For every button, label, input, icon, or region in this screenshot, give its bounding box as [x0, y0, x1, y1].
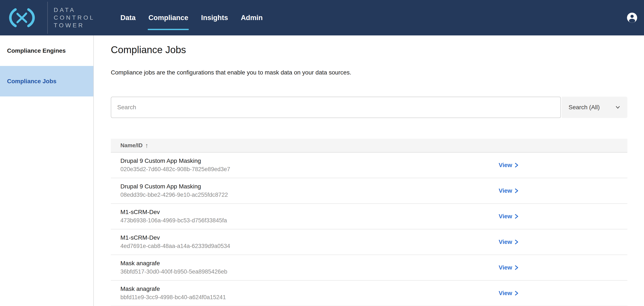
- table-row: Drupal 9 Custom App Masking 08edd39c-bbe…: [111, 178, 628, 204]
- job-id: 020e35d2-7d60-482c-908b-7825e89ed3e7: [120, 165, 628, 173]
- brand-wordmark: DATA CONTROL TOWER: [54, 6, 95, 29]
- nav-item[interactable]: Insights: [201, 0, 228, 35]
- table-row: M1-sCRM-Dev 473b6938-106a-4969-bc53-d756…: [111, 204, 628, 229]
- page-description: Compliance jobs are the configurations t…: [111, 69, 628, 76]
- nav-item[interactable]: Compliance: [148, 0, 188, 35]
- search-scope-dropdown[interactable]: Search (All): [562, 97, 628, 118]
- dct-logo-icon: [6, 7, 38, 29]
- top-navbar: DATA CONTROL TOWER Data Compliance Insig…: [0, 0, 644, 35]
- chevron-right-icon: [514, 265, 519, 271]
- sidebar-item[interactable]: Compliance Jobs: [0, 66, 93, 96]
- chevron-right-icon: [514, 290, 519, 296]
- job-id: 36bfd517-30d0-400f-b950-5ea8985426eb: [120, 268, 628, 275]
- view-link-label: View: [499, 213, 512, 220]
- view-link-label: View: [499, 187, 512, 194]
- chevron-right-icon: [514, 239, 519, 245]
- chevron-down-icon: [614, 104, 621, 110]
- chevron-right-icon: [514, 188, 519, 194]
- account-icon: [626, 12, 638, 23]
- nav-item-label: Insights: [201, 14, 228, 22]
- sidebar-item[interactable]: Compliance Engines: [0, 35, 93, 66]
- nav-item[interactable]: Data: [120, 0, 136, 35]
- job-name: M1-sCRM-Dev: [120, 234, 628, 242]
- search-scope-label: Search (All): [568, 104, 600, 111]
- user-account-button[interactable]: [626, 12, 638, 23]
- view-link[interactable]: View: [499, 290, 519, 297]
- view-link-label: View: [499, 264, 512, 271]
- main-content: Compliance Jobs Compliance jobs are the …: [94, 35, 644, 306]
- jobs-table: Name/ID ↑ Drupal 9 Custom App Masking 02…: [111, 139, 628, 306]
- brand-line: CONTROL: [54, 14, 95, 22]
- view-link[interactable]: View: [499, 187, 519, 194]
- brand-line: DATA: [54, 6, 95, 14]
- page-title: Compliance Jobs: [111, 44, 628, 56]
- view-link-label: View: [499, 162, 512, 169]
- table-row: Mask anagrafe bbfd11e9-3cc9-4998-bc40-a6…: [111, 281, 628, 306]
- view-link[interactable]: View: [499, 264, 519, 271]
- table-row: Drupal 9 Custom App Masking 020e35d2-7d6…: [111, 152, 628, 178]
- job-name: Mask anagrafe: [120, 259, 628, 267]
- view-link[interactable]: View: [499, 213, 519, 220]
- view-link-label: View: [499, 290, 512, 297]
- chevron-right-icon: [514, 162, 519, 168]
- nav-item-label: Compliance: [148, 14, 188, 22]
- sort-ascending-icon: ↑: [145, 142, 148, 149]
- nav-item-label: Data: [120, 14, 136, 22]
- job-name: Drupal 9 Custom App Masking: [120, 157, 628, 165]
- table-row: Mask anagrafe 36bfd517-30d0-400f-b950-5e…: [111, 255, 628, 281]
- table-body: Drupal 9 Custom App Masking 020e35d2-7d6…: [111, 152, 628, 306]
- brand-line: TOWER: [54, 22, 95, 29]
- chevron-right-icon: [514, 213, 519, 219]
- job-id: 4ed7691e-cab8-48aa-a14a-62339d9a0534: [120, 242, 628, 250]
- nav-item[interactable]: Admin: [241, 0, 263, 35]
- brand-logo[interactable]: DATA CONTROL TOWER: [6, 2, 95, 34]
- nav-items: Data Compliance Insights Admin: [120, 0, 276, 35]
- active-tab-underline: [148, 29, 189, 30]
- search-input[interactable]: [111, 97, 561, 118]
- job-name: Mask anagrafe: [120, 285, 628, 293]
- logo-divider: [47, 2, 48, 34]
- table-row: M1-sCRM-Dev 4ed7691e-cab8-48aa-a14a-6233…: [111, 229, 628, 255]
- sidebar-item-label: Compliance Jobs: [7, 78, 56, 85]
- sidebar: Compliance Engines Compliance Jobs: [0, 35, 94, 306]
- nav-item-label: Admin: [241, 14, 263, 22]
- view-link[interactable]: View: [499, 239, 519, 245]
- job-id: 473b6938-106a-4969-bc53-d756f33845fa: [120, 217, 628, 224]
- job-name: M1-sCRM-Dev: [120, 208, 628, 216]
- job-id: 08edd39c-bbe2-4296-9e10-ac255fdc8722: [120, 191, 628, 199]
- search-row: Search (All): [111, 97, 628, 118]
- view-link[interactable]: View: [499, 162, 519, 169]
- column-label: Name/ID: [120, 142, 142, 149]
- view-link-label: View: [499, 239, 512, 245]
- job-name: Drupal 9 Custom App Masking: [120, 183, 628, 190]
- sidebar-item-label: Compliance Engines: [7, 47, 66, 54]
- job-id: bbfd11e9-3cc9-4998-bc40-a624f0a15241: [120, 293, 628, 301]
- column-header-name-id[interactable]: Name/ID ↑: [111, 139, 628, 152]
